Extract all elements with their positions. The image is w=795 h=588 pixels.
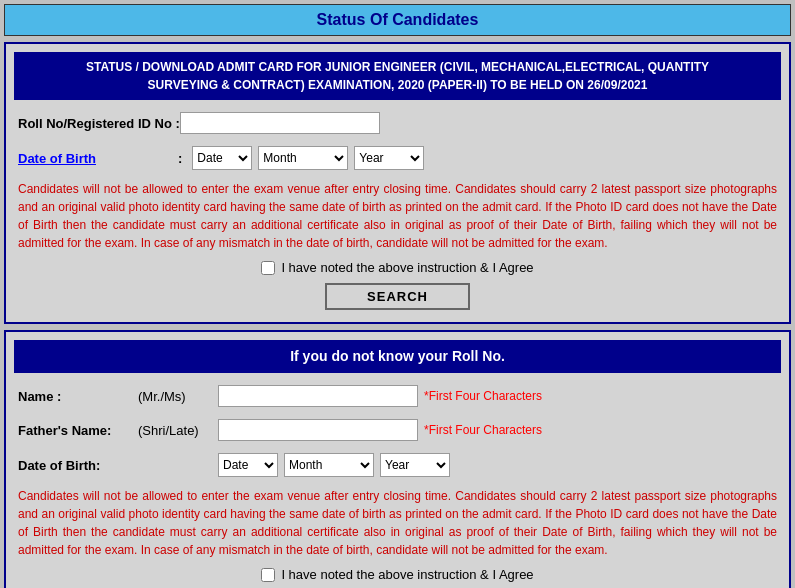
section2-header: If you do not know your Roll No. xyxy=(14,340,781,373)
dob-month-select[interactable]: MonthJanuaryFebruaryMarchAprilMayJuneJul… xyxy=(258,146,348,170)
section2-checkbox-row: I have noted the above instruction & I A… xyxy=(14,567,781,582)
dob2-date-select[interactable]: Date123456789101112131415161718192021222… xyxy=(218,453,278,477)
name-asterisk: *First Four Characters xyxy=(424,389,542,403)
section1-search-button[interactable]: SEARCH xyxy=(325,283,470,310)
section1: STATUS / DOWNLOAD ADMIT CARD FOR JUNIOR … xyxy=(4,42,791,324)
name-label: Name : xyxy=(18,389,138,404)
dob-label[interactable]: Date of Birth xyxy=(18,151,178,166)
dob2-label: Date of Birth: xyxy=(18,458,218,473)
roll-label: Roll No/Registered ID No : xyxy=(18,116,180,131)
section2: If you do not know your Roll No. Name : … xyxy=(4,330,791,588)
page-wrapper: Status Of Candidates STATUS / DOWNLOAD A… xyxy=(0,0,795,588)
father-label: Father's Name: xyxy=(18,423,138,438)
father-asterisk: *First Four Characters xyxy=(424,423,542,437)
page-title: Status Of Candidates xyxy=(4,4,791,36)
dob-date-select[interactable]: Date123456789101112131415161718192021222… xyxy=(192,146,252,170)
dob-year-select[interactable]: Year199019911992199319941995199619971998… xyxy=(354,146,424,170)
dob-selects: Date123456789101112131415161718192021222… xyxy=(192,146,424,170)
father-row: Father's Name: (Shri/Late) *First Four C… xyxy=(14,417,781,443)
dob2-selects: Date123456789101112131415161718192021222… xyxy=(218,453,450,477)
section1-header: STATUS / DOWNLOAD ADMIT CARD FOR JUNIOR … xyxy=(14,52,781,100)
father-input[interactable] xyxy=(218,419,418,441)
section1-search-row: SEARCH xyxy=(14,283,781,310)
dob-row: Date of Birth : Date12345678910111213141… xyxy=(14,144,781,172)
section1-checkbox-label: I have noted the above instruction & I A… xyxy=(281,260,533,275)
father-title: (Shri/Late) xyxy=(138,423,218,438)
section1-checkbox[interactable] xyxy=(261,261,275,275)
name-title: (Mr./Ms) xyxy=(138,389,218,404)
name-input[interactable] xyxy=(218,385,418,407)
section1-checkbox-row: I have noted the above instruction & I A… xyxy=(14,260,781,275)
dob2-year-select[interactable]: Year199019911992199319941995199619971998… xyxy=(380,453,450,477)
dob2-row: Date of Birth: Date123456789101112131415… xyxy=(14,451,781,479)
name-row: Name : (Mr./Ms) *First Four Characters xyxy=(14,383,781,409)
roll-row: Roll No/Registered ID No : xyxy=(14,110,781,136)
dob2-month-select[interactable]: MonthJanuaryFebruaryMarchAprilMayJuneJul… xyxy=(284,453,374,477)
roll-input[interactable] xyxy=(180,112,380,134)
section2-checkbox[interactable] xyxy=(261,568,275,582)
section2-checkbox-label: I have noted the above instruction & I A… xyxy=(281,567,533,582)
section1-notice: Candidates will not be allowed to enter … xyxy=(18,180,777,252)
section2-notice: Candidates will not be allowed to enter … xyxy=(18,487,777,559)
dob-colon: : xyxy=(178,151,182,166)
